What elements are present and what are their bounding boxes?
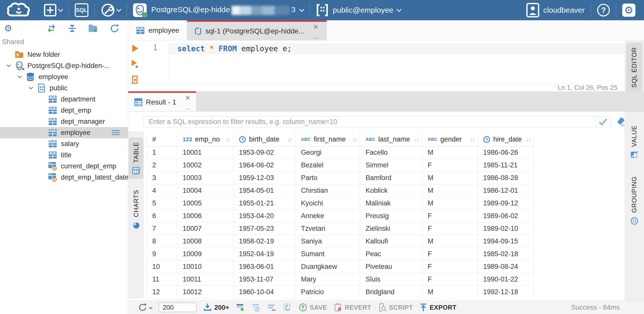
table-cell[interactable]: 8 <box>147 235 177 248</box>
table-cell[interactable]: 7 <box>147 222 177 235</box>
tab-employee[interactable]: employee <box>128 20 187 40</box>
tree-item-postgresql-ep-hidden-[interactable]: PostgreSQL@ep-hidden-... <box>0 60 128 71</box>
tab-result-1[interactable]: Result - 1 ✕ … <box>128 91 196 111</box>
table-cell[interactable]: 1954-05-01 <box>233 184 295 197</box>
tab-grouping-panel[interactable]: GROUPING <box>624 172 644 230</box>
settings-button[interactable]: ⚙ <box>616 0 644 20</box>
table-cell[interactable]: 1953-11-07 <box>233 273 295 286</box>
link-with-editor-button[interactable] <box>46 24 56 33</box>
apply-filter-button[interactable] <box>595 116 611 127</box>
table-cell[interactable]: 6 <box>147 210 177 222</box>
new-folder-button[interactable] <box>88 24 99 33</box>
table-cell[interactable]: 1989-09-12 <box>478 197 534 210</box>
user-menu[interactable]: cloudbeaver <box>520 0 591 20</box>
navigator-settings-button[interactable]: ⚙ <box>4 23 12 34</box>
table-cell[interactable]: 1989-02-10 <box>478 222 534 235</box>
table-cell[interactable]: F <box>422 248 478 260</box>
schema-selector[interactable]: public@employee <box>310 0 407 20</box>
table-cell[interactable]: 11 <box>147 273 177 286</box>
table-cell[interactable]: Piveteau <box>360 260 422 273</box>
table-cell[interactable]: 10011 <box>177 273 233 286</box>
table-cell[interactable]: 1958-02-19 <box>233 235 295 248</box>
table-cell[interactable]: 1960-10-04 <box>233 286 295 298</box>
help-button[interactable]: ? <box>591 0 616 20</box>
column-header-hire_date[interactable]: hire_date↓↑ <box>478 133 534 146</box>
table-cell[interactable]: F <box>422 273 478 286</box>
tree-item-title[interactable]: title <box>0 149 128 161</box>
sort-icon[interactable]: ↓↑ <box>352 136 357 143</box>
table-cell[interactable]: 10006 <box>177 210 233 222</box>
table-cell[interactable]: Saniya <box>295 235 360 248</box>
table-cell[interactable]: Sluis <box>360 273 422 286</box>
table-cell[interactable]: Patricio <box>295 286 360 298</box>
tab-menu-icon[interactable]: … <box>312 34 319 39</box>
tab-sql-1[interactable]: sql-1 (PostgreSQL@ep-hidde... ✕ … <box>187 20 327 40</box>
export-button[interactable]: EXPORT <box>420 303 457 312</box>
connection-selector[interactable]: PostgreSQL@ep-hidde3 <box>127 0 310 20</box>
table-cell[interactable]: 1990-01-22 <box>478 273 534 286</box>
table-cell[interactable]: 1989-06-02 <box>478 210 534 222</box>
table-cell[interactable]: Anneke <box>295 210 360 222</box>
tab-value-panel[interactable]: VALUE <box>624 121 644 163</box>
table-cell[interactable]: 10001 <box>177 146 233 159</box>
table-cell[interactable]: Peac <box>360 248 422 260</box>
table-cell[interactable]: Parto <box>295 171 360 184</box>
table-cell[interactable]: Sumant <box>295 248 360 260</box>
table-cell[interactable]: Bezalel <box>295 159 360 171</box>
column-header-last_name[interactable]: ABClast_name↓↑ <box>360 133 422 146</box>
table-cell[interactable]: Bamford <box>360 171 422 184</box>
table-cell[interactable]: M <box>422 235 478 248</box>
sort-icon[interactable]: ↓↑ <box>526 136 531 143</box>
table-cell[interactable]: Kyoichi <box>295 197 360 210</box>
table-cell[interactable]: 1992-12-18 <box>478 286 534 298</box>
table-cell[interactable]: Simmel <box>360 159 422 171</box>
table-cell[interactable]: F <box>422 159 478 171</box>
sort-icon[interactable]: ↓↑ <box>288 136 292 143</box>
add-row-button[interactable] <box>236 303 245 312</box>
collapse-all-button[interactable] <box>68 24 77 33</box>
execute-query-button[interactable] <box>131 44 139 53</box>
tree-item-dept-emp[interactable]: dept_emp <box>0 105 128 116</box>
table-cell[interactable]: 10 <box>147 260 177 273</box>
table-cell[interactable]: Maliniak <box>360 197 422 210</box>
delete-row-button[interactable] <box>267 303 276 312</box>
table-cell[interactable]: 3 <box>147 171 177 184</box>
table-cell[interactable]: Koblick <box>360 184 422 197</box>
tab-charts-presentation[interactable]: CHARTS <box>129 185 143 233</box>
table-cell[interactable]: 10012 <box>177 286 233 298</box>
duplicate-row-button[interactable] <box>252 303 261 312</box>
expand-chevron-icon[interactable] <box>15 75 25 78</box>
table-cell[interactable]: 1963-06-01 <box>233 260 295 273</box>
table-cell[interactable]: 1986-08-28 <box>478 171 534 184</box>
expand-chevron-icon[interactable] <box>26 86 36 90</box>
table-cell[interactable]: 1989-08-24 <box>478 260 534 273</box>
save-button[interactable]: SAVE <box>299 303 327 312</box>
new-connection-button[interactable] <box>37 0 68 20</box>
table-cell[interactable]: Chirstian <box>295 184 360 197</box>
table-cell[interactable]: Bridgland <box>360 286 422 298</box>
table-cell[interactable]: Kalloufi <box>360 235 422 248</box>
table-cell[interactable]: 1994-09-15 <box>478 235 534 248</box>
table-cell[interactable]: 10009 <box>177 248 233 260</box>
tree-item-salary[interactable]: salary <box>0 138 128 149</box>
table-cell[interactable]: M <box>422 146 478 159</box>
table-cell[interactable]: F <box>422 260 478 273</box>
table-cell[interactable]: Tzvetan <box>295 222 360 235</box>
sort-icon[interactable]: ↓↑ <box>414 136 419 143</box>
code-area[interactable]: select * FROM employee e; <box>169 41 624 84</box>
table-cell[interactable]: 4 <box>147 184 177 197</box>
table-cell[interactable]: 1985-11-21 <box>478 159 534 171</box>
table-cell[interactable]: 5 <box>147 197 177 210</box>
tree-item-public[interactable]: public <box>0 82 128 94</box>
table-cell[interactable]: F <box>422 222 478 235</box>
table-cell[interactable]: 10003 <box>177 171 233 184</box>
table-cell[interactable]: Georgi <box>295 146 360 159</box>
tree-item-dept-emp-latest-date[interactable]: dept_emp_latest_date <box>0 172 128 183</box>
tree-item-dept-manager[interactable]: dept_manager <box>0 116 128 127</box>
table-cell[interactable]: 1 <box>147 146 177 159</box>
table-cell[interactable]: 10008 <box>177 235 233 248</box>
table-cell[interactable]: 10002 <box>177 159 233 171</box>
table-cell[interactable]: 10004 <box>177 184 233 197</box>
table-cell[interactable]: M <box>422 184 478 197</box>
table-cell[interactable]: 1959-12-03 <box>233 171 295 184</box>
